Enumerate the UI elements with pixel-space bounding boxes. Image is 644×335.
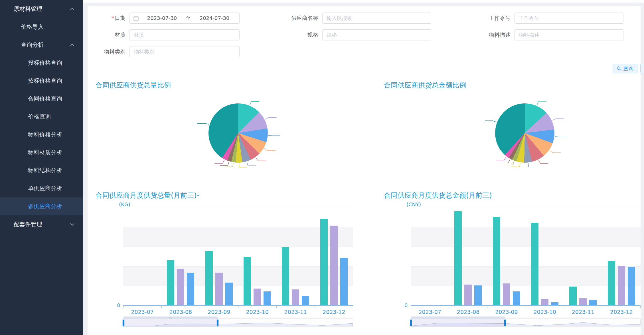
bar <box>589 300 597 305</box>
sidebar-item[interactable]: 价格查询 <box>0 108 83 126</box>
work-order-label: 工作令号 <box>431 15 515 22</box>
bar-group <box>238 207 276 305</box>
chevron-down-icon <box>70 222 74 226</box>
bar <box>177 269 184 305</box>
sidebar-item[interactable]: 物料结构分析 <box>0 162 83 179</box>
chevron-up-icon <box>70 8 74 12</box>
pie2-title: 合同供应商供货总金额比例 <box>384 81 466 90</box>
sidebar-item[interactable]: 招标价格查询 <box>0 72 83 90</box>
bar <box>302 296 309 305</box>
bar2-datazoom-slider[interactable]: ||| <box>411 318 641 327</box>
bar2-x-ticks <box>411 306 641 308</box>
supplier-input[interactable] <box>322 13 431 24</box>
sidebar-item-label: 物料材质分析 <box>28 149 62 156</box>
bar <box>282 247 289 305</box>
supplier-label: 供应商名称 <box>240 15 322 22</box>
bar2-datazoom-right-handle[interactable] <box>504 319 506 326</box>
bar-group <box>276 207 315 305</box>
chevron-up-icon <box>70 44 74 48</box>
bar <box>628 267 635 305</box>
bar <box>513 291 520 305</box>
bar <box>244 257 251 305</box>
bar-group <box>161 207 200 305</box>
bar1-datazoom-left-handle[interactable] <box>122 319 125 326</box>
bar1-x-labels: 2023-072023-082023-092023-102023-112023-… <box>123 309 353 315</box>
pie-chart-supply-amount[interactable] <box>495 103 554 163</box>
date-end-value[interactable]: 2024-07-30 <box>193 15 236 21</box>
sidebar-item-label: 合同价格查询 <box>28 95 62 102</box>
sidebar-item[interactable]: 物料价格分析 <box>0 126 83 144</box>
required-asterisk: * <box>111 15 114 21</box>
date-separator: 至 <box>183 15 193 22</box>
query-button[interactable]: 查询 <box>613 64 637 73</box>
bar <box>225 283 233 305</box>
bar-group <box>449 207 487 305</box>
sidebar-item-active[interactable]: 多供应商分析 <box>0 197 83 215</box>
sidebar-item[interactable]: 投标价格查询 <box>0 54 83 72</box>
search-icon <box>617 66 621 71</box>
sidebar-item[interactable]: 价格导入 <box>0 18 83 36</box>
bar2-datazoom-grip[interactable]: ||| <box>411 316 505 319</box>
material-desc-input[interactable] <box>515 29 623 40</box>
calendar-icon <box>133 15 139 21</box>
bar2-datazoom-left-handle[interactable] <box>410 319 412 326</box>
bar1-datazoom-grip[interactable]: ||| <box>123 316 218 319</box>
bar <box>292 289 299 305</box>
spec-input[interactable] <box>322 29 431 40</box>
bar <box>531 223 538 305</box>
sidebar-item-label: 原材料管理 <box>14 5 42 12</box>
x-axis-label: 2023-09 <box>200 309 238 315</box>
bar1-datazoom-slider[interactable]: ||| <box>123 318 353 327</box>
sidebar-item[interactable]: 合同价格查询 <box>0 90 83 108</box>
form-row-2: 材质 规格 物料描述 <box>88 29 623 40</box>
pie-chart-supply-quantity[interactable] <box>208 103 268 163</box>
bar-group <box>487 207 526 305</box>
bar2-datazoom-window[interactable] <box>411 318 505 327</box>
bar2-x-labels: 2023-072023-082023-092023-102023-112023-… <box>411 309 641 315</box>
material-category-input[interactable] <box>129 46 240 57</box>
bar1-datazoom-window[interactable] <box>123 318 218 327</box>
bar <box>205 251 213 305</box>
bar-group <box>315 207 353 305</box>
sidebar-item-label: 投标价格查询 <box>28 59 62 66</box>
sidebar-item[interactable]: 查询分析 <box>0 36 83 54</box>
date-start-value[interactable]: 2023-07-30 <box>141 15 183 21</box>
bar <box>541 299 548 305</box>
bar-group <box>200 207 238 305</box>
sidebar-item[interactable]: 配套件管理 <box>0 215 83 233</box>
x-axis-label: 2023-07 <box>123 309 161 315</box>
sidebar-item-label: 多供应商分析 <box>28 203 62 210</box>
sidebar: 原材料管理价格导入查询分析投标价格查询招标价格查询合同价格查询价格查询物料价格分… <box>0 0 83 335</box>
x-axis-label: 2023-12 <box>315 309 353 315</box>
bar1-title: 合同供应商月度供货总量(月前三)- <box>96 191 199 200</box>
query-button-label: 查询 <box>623 65 634 72</box>
material-input[interactable] <box>129 29 240 40</box>
clipped-edge-button[interactable] <box>640 64 644 73</box>
x-axis-label: 2023-10 <box>238 309 276 315</box>
bar <box>187 273 194 305</box>
sidebar-item[interactable]: 物料材质分析 <box>0 144 83 162</box>
app-window: 原材料管理价格导入查询分析投标价格查询招标价格查询合同价格查询价格查询物料价格分… <box>0 0 644 335</box>
main-area: *日期 2023-07-30 至 2024-07-30 供应商名称 工作令号 材… <box>83 0 644 335</box>
bar <box>569 287 577 305</box>
bar1-datazoom-right-handle[interactable] <box>216 319 219 326</box>
sidebar-item-label: 配套件管理 <box>14 221 42 228</box>
content-card: *日期 2023-07-30 至 2024-07-30 供应商名称 工作令号 材… <box>88 6 641 335</box>
sidebar-menu: 原材料管理价格导入查询分析投标价格查询招标价格查询合同价格查询价格查询物料价格分… <box>0 0 83 233</box>
bar <box>454 211 462 305</box>
bar <box>493 217 500 305</box>
x-axis-label: 2023-09 <box>487 309 526 315</box>
sidebar-item-label: 招标价格查询 <box>28 77 62 84</box>
pie1-title: 合同供应商供货总量比例 <box>96 81 171 90</box>
date-range-picker[interactable]: 2023-07-30 至 2024-07-30 <box>129 13 240 24</box>
material-category-label: 物料类别 <box>88 48 129 56</box>
bar <box>579 298 587 305</box>
bar <box>167 260 174 305</box>
sidebar-item[interactable]: 单供应商分析 <box>0 179 83 197</box>
x-axis-label: 2023-08 <box>161 309 200 315</box>
bar-group <box>411 207 449 305</box>
bar <box>215 273 223 305</box>
sidebar-item[interactable]: 原材料管理 <box>0 0 83 18</box>
bar <box>254 289 261 305</box>
work-order-input[interactable] <box>515 13 623 24</box>
